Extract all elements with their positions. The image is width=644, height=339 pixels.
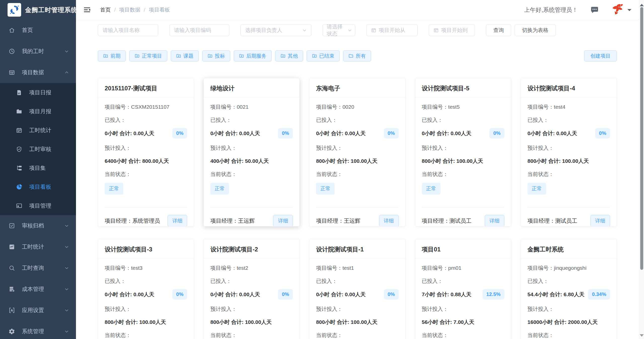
breadcrumb: 首页 / 项目数据 / 项目看板 bbox=[100, 6, 170, 13]
sidebar-item[interactable]: 项目日报 bbox=[0, 83, 76, 102]
filter-tab[interactable]: 所有 bbox=[343, 50, 371, 61]
sidebar-menu: 首页 我的工时 项目数据 项目日报 项目月报 工时统计 工时审核 bbox=[0, 20, 76, 339]
filter-tab[interactable]: 正常项目 bbox=[129, 50, 167, 61]
status-label: 当前状态： bbox=[105, 171, 187, 178]
detail-button[interactable]: 详细 bbox=[590, 215, 610, 227]
toggle-table-button[interactable]: 切换为表格 bbox=[515, 24, 556, 36]
manager-name: 测试员工 bbox=[450, 218, 472, 224]
filter-tab[interactable]: 已结束 bbox=[307, 50, 340, 61]
app-settings-icon bbox=[8, 307, 15, 314]
percent-badge: 0% bbox=[278, 128, 293, 138]
sidebar-item[interactable]: 工时统计 bbox=[0, 121, 76, 140]
folder-add-icon bbox=[176, 53, 181, 58]
search-toolbar: 选择项目负责人 请选择状态 项目开始从 项目开始到 查询 切换为表格 bbox=[98, 24, 617, 36]
chevron-icon bbox=[64, 308, 69, 313]
project-card-title: 设计院测试项目-2 bbox=[204, 239, 299, 258]
detail-button[interactable]: 详细 bbox=[273, 215, 293, 227]
status-badge: 正常 bbox=[316, 183, 335, 195]
sidebar-item[interactable]: 审核归档 bbox=[0, 215, 76, 236]
estimated-hours-row: 16000小时 合计: 2000.00人天 bbox=[528, 319, 610, 326]
invested-label: 已投入： bbox=[422, 278, 504, 285]
sidebar-item[interactable]: 成本管理 bbox=[0, 279, 76, 300]
scrollbar-up-arrow-icon[interactable] bbox=[640, 2, 644, 6]
folder-add-icon bbox=[208, 53, 213, 58]
breadcrumb-project-data[interactable]: 项目数据 bbox=[119, 6, 140, 13]
project-card: 设计院测试项目-5 项目编号：test5 已投入： 0小时 合计: 0.00人天… bbox=[415, 78, 511, 227]
chevron-icon bbox=[64, 70, 69, 75]
sidebar-item[interactable]: 项目月报 bbox=[0, 102, 76, 121]
sidebar-item[interactable]: 我的工时 bbox=[0, 41, 76, 62]
collapse-sidebar-icon[interactable] bbox=[83, 6, 91, 14]
project-card-title: 金阙工时系统 bbox=[521, 239, 617, 258]
project-code-row: 项目编号：test5 bbox=[422, 103, 504, 110]
sidebar-item[interactable]: 项目管理 bbox=[0, 196, 76, 215]
project-name-input[interactable] bbox=[98, 24, 158, 36]
status-label: 当前状态： bbox=[528, 332, 610, 339]
sidebar-item[interactable]: 项目数据 bbox=[0, 62, 76, 83]
invested-label: 已投入： bbox=[528, 117, 610, 124]
sidebar-item[interactable]: 应用设置 bbox=[0, 300, 76, 321]
create-project-button[interactable]: 创建项目 bbox=[584, 50, 617, 61]
chevron-icon bbox=[64, 287, 69, 291]
folder-add-icon bbox=[103, 53, 108, 58]
message-icon[interactable] bbox=[590, 6, 599, 14]
header-right: 上午好,系统管理员！ bbox=[524, 4, 631, 16]
invested-hours-row: 0小时 合计: 0.00人天 0% bbox=[105, 289, 187, 299]
app-title: 金阙工时管理系统 bbox=[25, 6, 77, 14]
sidebar-item[interactable]: 工时审核 bbox=[0, 140, 76, 159]
invested-hours-row: 7小时 合计: 0.88人天 12.5% bbox=[422, 289, 504, 299]
chevron-down-icon bbox=[302, 28, 307, 32]
status-badge: 正常 bbox=[105, 183, 123, 195]
detail-button[interactable]: 详细 bbox=[485, 215, 504, 227]
filter-tab[interactable]: 后期服务 bbox=[234, 50, 272, 61]
sidebar-item[interactable]: 工时查询 bbox=[0, 257, 76, 279]
invested-hours-row: 0小时 合计: 0.00人天 0% bbox=[210, 128, 293, 138]
filter-tab[interactable]: 前期 bbox=[98, 50, 126, 61]
detail-button[interactable]: 详细 bbox=[379, 215, 399, 227]
calendar-icon bbox=[433, 28, 439, 33]
project-card: 项目01 项目编号：pm01 已投入： 7小时 合计: 0.88人天 12.5%… bbox=[415, 239, 511, 339]
status-badge: 正常 bbox=[422, 183, 440, 195]
estimated-label: 预计投入： bbox=[422, 144, 504, 152]
sidebar-item[interactable]: 首页 bbox=[0, 20, 76, 41]
manager-name: 测试员工 bbox=[555, 218, 577, 224]
estimated-hours-row: 400小时 合计: 50.00人天 bbox=[210, 158, 293, 165]
query-button[interactable]: 查询 bbox=[486, 24, 511, 36]
sidebar-item[interactable]: 系统管理 bbox=[0, 321, 76, 339]
home-icon bbox=[8, 27, 15, 34]
percent-badge: 0% bbox=[384, 128, 399, 138]
filter-tab[interactable]: 其他 bbox=[275, 50, 303, 61]
scrollbar-down-arrow-icon[interactable] bbox=[640, 334, 644, 339]
status-badge: 正常 bbox=[528, 183, 546, 195]
invested-label: 已投入： bbox=[422, 117, 504, 124]
project-status-select[interactable]: 请选择状态 bbox=[323, 24, 355, 36]
table-icon bbox=[8, 69, 15, 76]
project-owner-select[interactable]: 选择项目负责人 bbox=[240, 24, 311, 36]
avatar-fish[interactable] bbox=[611, 4, 624, 16]
chart-icon bbox=[8, 243, 15, 250]
checkbox-icon bbox=[8, 222, 15, 229]
date-start-to-picker[interactable]: 项目开始到 bbox=[429, 24, 475, 36]
sidebar-item[interactable]: 项目看板 bbox=[0, 177, 76, 196]
percent-badge: 0% bbox=[172, 289, 187, 299]
date-start-from-picker[interactable]: 项目开始从 bbox=[366, 24, 418, 36]
filter-tab[interactable]: 课题 bbox=[171, 50, 199, 61]
project-code-row: 项目编号：test3 bbox=[105, 265, 187, 272]
estimated-label: 预计投入： bbox=[210, 306, 293, 313]
estimated-label: 预计投入： bbox=[210, 144, 293, 152]
sidebar-item[interactable]: 工时统计 bbox=[0, 236, 76, 257]
chevron-icon bbox=[64, 329, 69, 334]
invested-label: 已投入： bbox=[316, 278, 398, 285]
project-code-input[interactable] bbox=[169, 24, 229, 36]
invested-label: 已投入： bbox=[210, 278, 293, 285]
avatar-dropdown-caret-icon[interactable] bbox=[627, 9, 631, 13]
app-logo: 金阙工时管理系统 bbox=[0, 0, 76, 20]
breadcrumb-home[interactable]: 首页 bbox=[100, 6, 111, 13]
scrollbar-thumb[interactable] bbox=[640, 7, 643, 270]
sidebar-item[interactable]: 项目集 bbox=[0, 159, 76, 177]
detail-button[interactable]: 详细 bbox=[168, 215, 187, 227]
project-card: 设计院测试项目-3 项目编号：test3 已投入： 0小时 合计: 0.00人天… bbox=[98, 239, 194, 339]
filter-tab[interactable]: 投标 bbox=[202, 50, 230, 61]
estimated-hours-row: 800小时 合计: 100.00人天 bbox=[528, 158, 610, 165]
estimated-hours-row: 800小时 合计: 100.00人天 bbox=[316, 319, 398, 326]
